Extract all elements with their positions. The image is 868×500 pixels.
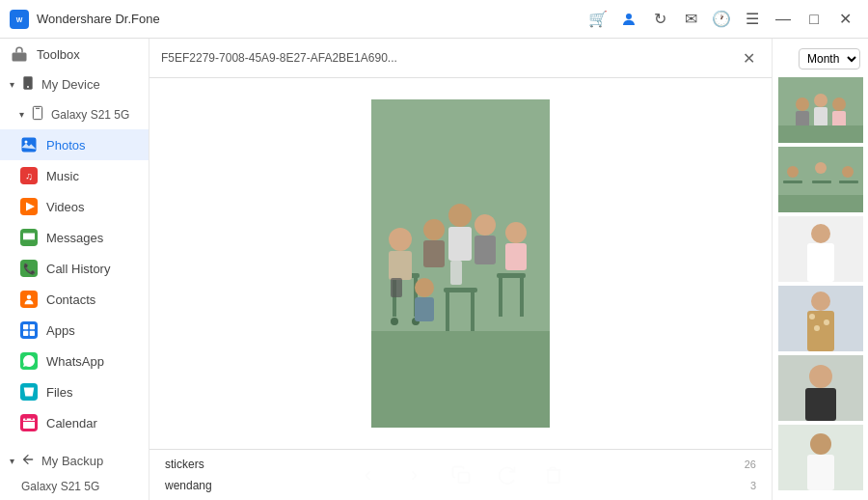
right-panel-header: Month Day Week Year [773,42,868,75]
svg-rect-8 [22,138,37,153]
svg-point-61 [814,94,827,107]
history-icon[interactable]: 🕐 [708,6,735,33]
svg-rect-66 [778,125,863,143]
svg-rect-43 [520,278,524,317]
right-thumb-6[interactable] [778,425,863,490]
calendar-label: Calendar [46,416,97,431]
modal-titlebar: F5EF2279-7008-45A9-8E27-AFA2BE1A690... ✕ [149,39,772,78]
svg-rect-42 [499,278,502,317]
album-item-stickers[interactable]: stickers 26 [149,454,772,475]
close-button[interactable]: ✕ [831,6,858,33]
svg-point-9 [25,141,28,144]
svg-rect-51 [475,236,496,264]
device-icon [20,75,36,94]
backup-chevron-icon: ▾ [10,456,14,466]
svg-point-52 [505,222,527,243]
svg-point-82 [824,319,829,325]
sidebar-item-files[interactable]: Files [0,376,149,407]
photo-modal: F5EF2279-7008-45A9-8E27-AFA2BE1A690... ✕ [149,39,772,500]
maximize-button[interactable]: □ [800,6,827,33]
svg-point-36 [391,318,398,325]
sidebar-item-contacts[interactable]: Contacts [0,284,149,315]
contacts-icon [19,290,39,309]
my-backup-label: My Backup [41,454,103,468]
svg-rect-53 [505,243,527,270]
sidebar-item-photos[interactable]: Photos [0,129,149,160]
svg-rect-89 [807,455,834,490]
month-select[interactable]: Month Day Week Year [799,48,860,69]
svg-rect-21 [30,324,35,329]
svg-rect-40 [471,292,475,331]
svg-point-83 [814,325,820,331]
svg-rect-23 [30,331,35,336]
sidebar-item-calendar[interactable]: Calendar [0,407,149,438]
backup-item-galaxy[interactable]: Galaxy S21 5G [0,476,149,497]
svg-point-48 [448,204,472,227]
svg-rect-22 [23,331,28,336]
backup-icon [20,452,36,470]
apps-icon [19,320,39,340]
svg-point-18 [27,295,32,300]
menu-icon[interactable]: ☰ [739,6,766,33]
sidebar-item-whatsapp[interactable]: WhatsApp [0,346,149,376]
svg-point-50 [475,214,496,236]
contacts-label: Contacts [46,292,95,307]
svg-rect-70 [839,181,858,183]
messages-icon [19,228,39,247]
svg-rect-41 [497,273,526,278]
album-wendang-count: 3 [750,480,756,491]
user-icon[interactable] [615,6,642,33]
whatsapp-icon [19,351,39,371]
svg-rect-64 [814,107,827,126]
music-icon: ♫ [19,166,39,185]
svg-rect-45 [389,251,412,280]
sidebar-item-music[interactable]: ♫ Music [0,160,149,191]
right-thumb-1[interactable] [778,77,863,143]
minimize-button[interactable]: — [770,6,797,33]
sidebar-item-toolbox[interactable]: Toolbox [0,39,149,69]
sidebar-item-videos[interactable]: Videos [0,191,149,222]
right-panel: Month Day Week Year [772,39,868,500]
svg-text:♫: ♫ [25,170,33,181]
sidebar-group-my-device[interactable]: ▾ My Device [0,69,149,99]
svg-point-79 [811,292,830,311]
mail-icon[interactable]: ✉ [677,6,704,33]
sidebar-item-call-history[interactable]: 📞 Call History [0,253,149,284]
chevron-icon: ▾ [10,79,14,90]
svg-rect-39 [446,292,449,331]
svg-rect-49 [448,227,472,261]
sidebar-group-galaxy[interactable]: ▾ Galaxy S21 5G [0,99,149,129]
svg-rect-3 [13,53,27,62]
messages-label: Messages [46,231,103,245]
album-list: stickers 26 wendang 3 [149,449,772,500]
sidebar-item-messages[interactable]: Messages [0,222,149,253]
music-label: Music [46,169,79,183]
sidebar-group-my-backup[interactable]: ▾ My Backup [0,446,149,476]
right-thumb-5[interactable] [778,355,863,421]
album-item-wendang[interactable]: wendang 3 [149,475,772,496]
refresh-icon[interactable]: ↻ [646,6,673,33]
right-thumb-3[interactable] [778,216,863,282]
right-thumb-4[interactable] [778,286,863,351]
svg-rect-38 [444,288,477,292]
call-history-icon: 📞 [19,259,39,278]
photos-icon [19,135,39,154]
right-thumb-2[interactable] [778,147,863,212]
modal-image [371,99,550,428]
photos-label: Photos [46,138,85,153]
toolbox-label: Toolbox [37,47,80,62]
window-controls: 🛒 ↻ ✉ 🕐 ☰ — □ ✕ [584,6,858,33]
svg-text:📞: 📞 [23,263,37,275]
album-stickers-count: 26 [745,458,756,470]
svg-rect-19 [20,321,38,339]
album-stickers-name: stickers [165,458,204,471]
svg-rect-55 [415,297,434,321]
galaxy-icon [30,105,45,124]
sidebar-item-apps[interactable]: Apps [0,315,149,346]
svg-point-62 [832,97,846,111]
svg-rect-77 [807,243,834,282]
modal-close-button[interactable]: ✕ [737,46,760,69]
modal-body [149,78,772,449]
cart-icon[interactable]: 🛒 [584,6,611,33]
svg-point-60 [796,97,809,111]
